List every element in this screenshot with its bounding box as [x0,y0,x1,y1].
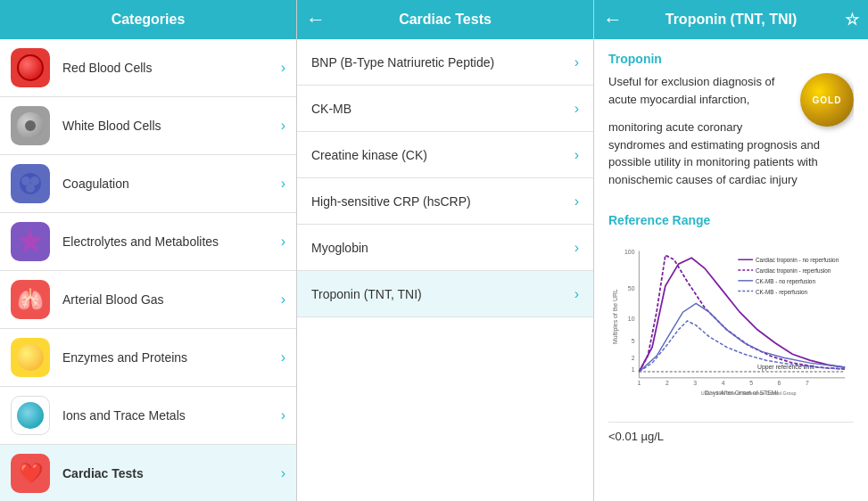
cardiac-tests-panel: ← Cardiac Tests BNP (B-Type Natriuretic … [297,0,594,501]
chevron-icon-myoglobin: › [575,240,579,256]
svg-text:CK-MB - no reperfusion: CK-MB - no reperfusion [756,278,815,285]
category-item-electro[interactable]: Electrolytes and Metabolites › [0,213,296,271]
categories-panel: Categories Red Blood Cells › White Blood… [0,0,297,501]
wbc-icon-bg [11,106,50,145]
coag-icon [11,164,50,203]
svg-text:Cardiac troponin - reperfusion: Cardiac troponin - reperfusion [756,267,831,275]
svg-point-3 [26,184,35,193]
coag-svg [17,170,44,197]
test-label-hscrp: High-sensitive CRP (hsCRP) [311,194,575,209]
troponin-intro-block: GOLD Useful for exclusion diagnosis of a… [608,73,854,199]
detail-header: ← Troponin (TNT, TNI) ☆ [594,0,868,39]
abg-icon: 🫁 [11,280,50,319]
chevron-icon-wbc: › [281,118,285,134]
electro-star-shape [17,228,44,255]
svg-text:6: 6 [778,380,781,386]
test-item-hscrp[interactable]: High-sensitive CRP (hsCRP) › [297,178,593,225]
chevron-icon-bnp: › [575,54,579,70]
troponin-section-title: Troponin [608,52,854,66]
cardiac-icon: ❤️ [11,454,50,493]
svg-text:5: 5 [749,380,753,386]
category-item-wbc[interactable]: White Blood Cells › [0,97,296,155]
category-item-ions[interactable]: Ions and Trace Metals › [0,387,296,445]
svg-text:Cardiac troponin - no reperfus: Cardiac troponin - no reperfusion [756,257,839,264]
category-item-enzyme[interactable]: Enzymes and Proteins › [0,329,296,387]
svg-text:Multiples of the URL: Multiples of the URL [612,289,619,344]
chevron-icon-troponin: › [575,286,579,302]
category-label-electro: Electrolytes and Metabolites [62,234,281,249]
category-label-coag: Coagulation [62,177,281,191]
reference-title: Reference Range [608,213,854,227]
test-item-myoglobin[interactable]: Myoglobin › [297,225,593,271]
category-label-enzyme: Enzymes and Proteins [62,350,281,365]
categories-header: Categories [0,0,296,39]
test-label-myoglobin: Myoglobin [311,241,575,255]
test-label-ckmb: CK-MB [311,102,575,116]
cardiac-heart-shape: ❤️ [19,462,43,485]
test-label-bnp: BNP (B-Type Natriuretic Peptide) [311,55,575,70]
chevron-icon-ions: › [281,407,285,423]
category-label-abg: Arterial Blood Gas [62,292,281,307]
svg-text:CK-MB - reperfusion: CK-MB - reperfusion [756,289,808,296]
chevron-icon-hscrp: › [575,193,579,209]
test-item-troponin[interactable]: Troponin (TNT, TNI) › [297,271,593,317]
reference-section: Reference Range 100 50 10 5 2 1 Multiple… [608,213,854,443]
svg-text:100: 100 [624,249,635,255]
gold-badge: GOLD [800,73,854,127]
detail-title: Troponin (TNT, TNI) [665,12,798,28]
detail-content: Troponin GOLD Useful for exclusion diagn… [594,39,868,501]
test-label-troponin: Troponin (TNT, TNI) [311,287,575,301]
category-label-ions: Ions and Trace Metals [62,408,281,423]
test-item-ckmb[interactable]: CK-MB › [297,86,593,132]
ions-shape [17,402,44,429]
category-label-rbc: Red Blood Cells [62,61,281,75]
chart-svg: 100 50 10 5 2 1 Multiples of the URL Upp… [608,236,854,406]
rbc-shape [17,54,44,81]
chevron-icon-ck: › [575,147,579,163]
test-list: BNP (B-Type Natriuretic Peptide) › CK-MB… [297,39,593,501]
chevron-icon-enzyme: › [281,349,285,365]
category-item-coag[interactable]: Coagulation › [0,155,296,213]
badge-text: GOLD [813,95,842,105]
svg-text:4: 4 [722,380,725,386]
wbc-shape [17,112,44,139]
svg-text:3: 3 [693,380,697,386]
troponin-desc2: monitoring acute coronary syndromes and … [608,119,854,188]
rbc-icon [11,48,50,87]
detail-star-button[interactable]: ☆ [845,10,859,29]
svg-text:7: 7 [806,380,809,386]
svg-text:1: 1 [637,380,641,386]
detail-back-button[interactable]: ← [603,8,623,31]
chevron-icon-ckmb: › [575,101,579,117]
cardiac-tests-header: ← Cardiac Tests [297,0,593,39]
test-label-ck: Creatine kinase (CK) [311,148,575,162]
svg-text:10: 10 [628,316,635,322]
chevron-icon-rbc: › [281,60,285,76]
electro-icon [11,222,50,261]
svg-text:5: 5 [632,338,635,344]
enzyme-icon [11,338,50,377]
ions-icon [11,396,50,435]
chevron-icon-cardiac: › [281,465,285,481]
lung-icon-shape: 🫁 [17,287,44,312]
category-label-cardiac: Cardiac Tests [62,466,281,480]
chevron-icon-abg: › [281,292,285,308]
category-item-rbc[interactable]: Red Blood Cells › [0,39,296,97]
chevron-icon-electro: › [281,234,285,250]
svg-text:URL = 99th %ile of Reference C: URL = 99th %ile of Reference Control Gro… [701,390,797,396]
svg-text:1: 1 [632,366,635,373]
chevron-icon-coag: › [281,176,285,192]
category-item-cardiac[interactable]: ❤️ Cardiac Tests › [0,445,296,501]
reference-value: <0.01 µg/L [608,422,854,443]
test-item-ck[interactable]: Creatine kinase (CK) › [297,132,593,178]
svg-text:2: 2 [632,355,635,361]
svg-text:2: 2 [665,380,669,386]
reference-chart: 100 50 10 5 2 1 Multiples of the URL Upp… [608,236,854,415]
category-list: Red Blood Cells › White Blood Cells › Co… [0,39,296,501]
cardiac-back-button[interactable]: ← [306,8,326,31]
category-item-abg[interactable]: 🫁 Arterial Blood Gas › [0,271,296,329]
enzyme-circle-shape [17,344,44,371]
categories-title: Categories [112,12,186,28]
detail-panel: ← Troponin (TNT, TNI) ☆ Troponin GOLD Us… [594,0,868,501]
test-item-bnp[interactable]: BNP (B-Type Natriuretic Peptide) › [297,39,593,86]
